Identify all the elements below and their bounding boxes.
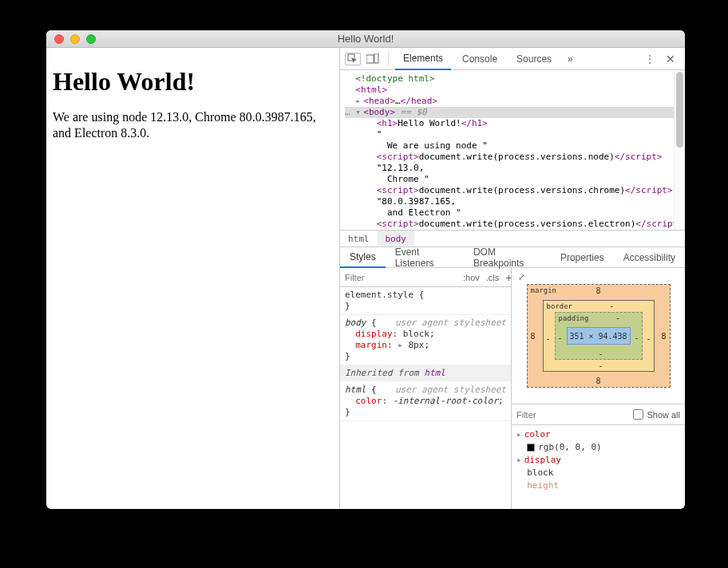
- styles-filter-input[interactable]: [340, 273, 460, 282]
- traffic-lights: [46, 34, 96, 44]
- styles-filter-row: :hov .cls + ⤢: [340, 268, 511, 287]
- inspect-icon[interactable]: [345, 53, 361, 65]
- rule-element-style[interactable]: element.style { }: [340, 287, 511, 315]
- rendered-page: Hello World! We are using node 12.13.0, …: [46, 48, 339, 509]
- tab-dom-breakpoints[interactable]: DOM Breakpoints: [464, 247, 551, 268]
- svg-rect-1: [366, 55, 374, 63]
- elements-dom-tree[interactable]: <!doctype html> <html> ▸<head>…</head> ……: [340, 70, 685, 230]
- computed-height[interactable]: height: [516, 479, 680, 492]
- tab-elements[interactable]: Elements: [395, 48, 451, 70]
- devtools-tabbar: Elements Console Sources » ⋮ ✕: [340, 48, 685, 70]
- tab-event-listeners[interactable]: Event Listeners: [386, 247, 464, 268]
- dom-scrollbar[interactable]: [674, 70, 685, 230]
- inherited-separator: Inherited from html html {user agent sty…: [340, 365, 511, 421]
- bm-content: 351 × 94.438: [567, 327, 631, 345]
- breadcrumb-html[interactable]: html: [340, 231, 378, 247]
- show-all-toggle[interactable]: Show all: [633, 409, 680, 420]
- styles-column: :hov .cls + ⤢ element.style { } body {us…: [340, 268, 512, 509]
- close-window-button[interactable]: [54, 34, 64, 44]
- bm-border-label: border: [547, 302, 573, 310]
- elements-breadcrumb: html body: [340, 230, 685, 247]
- selected-body-node[interactable]: … ▾<body> == $0: [345, 107, 685, 118]
- tab-accessibility[interactable]: Accessibility: [614, 247, 685, 268]
- cls-toggle[interactable]: .cls: [483, 273, 503, 282]
- rule-body[interactable]: body {user agent stylesheet display: blo…: [340, 315, 511, 365]
- window-title: Hello World!: [46, 33, 685, 45]
- tab-properties[interactable]: Properties: [551, 247, 614, 268]
- styles-tabbar: Styles Event Listeners DOM Breakpoints P…: [340, 247, 685, 268]
- page-heading: Hello World!: [53, 67, 333, 97]
- page-paragraph: We are using node 12.13.0, Chrome 80.0.3…: [53, 109, 333, 141]
- bm-margin-label: margin: [531, 286, 557, 294]
- content-area: Hello World! We are using node 12.13.0, …: [46, 48, 685, 509]
- more-tabs-icon[interactable]: »: [563, 53, 578, 65]
- app-window: Hello World! Hello World! We are using n…: [46, 30, 685, 509]
- computed-panel: Show all ▸color rgb(0, 0, 0) ▸display bl…: [512, 404, 685, 509]
- breadcrumb-body[interactable]: body: [378, 231, 415, 247]
- devtools: Elements Console Sources » ⋮ ✕ <!doctype…: [339, 48, 685, 509]
- bm-padding-label: padding: [559, 314, 589, 322]
- computed-filter-input[interactable]: [516, 410, 633, 420]
- tab-console[interactable]: Console: [454, 48, 505, 70]
- tab-styles[interactable]: Styles: [340, 247, 386, 268]
- separator: [388, 52, 389, 66]
- device-toolbar-icon[interactable]: [364, 50, 382, 68]
- computed-color[interactable]: ▸color rgb(0, 0, 0): [516, 428, 680, 454]
- devtools-close-icon[interactable]: ✕: [661, 53, 680, 65]
- box-model[interactable]: margin 8 8 8 8 border - - - -: [512, 268, 685, 404]
- devtools-menu-icon[interactable]: ⋮: [642, 53, 658, 65]
- computed-display[interactable]: ▸display block: [516, 454, 680, 479]
- svg-rect-2: [374, 53, 378, 63]
- titlebar: Hello World!: [46, 30, 685, 48]
- minimize-window-button[interactable]: [70, 34, 80, 44]
- hov-toggle[interactable]: :hov: [460, 273, 483, 282]
- tab-sources[interactable]: Sources: [508, 48, 560, 70]
- zoom-window-button[interactable]: [86, 34, 96, 44]
- doctype-node: <!doctype html>: [355, 73, 434, 84]
